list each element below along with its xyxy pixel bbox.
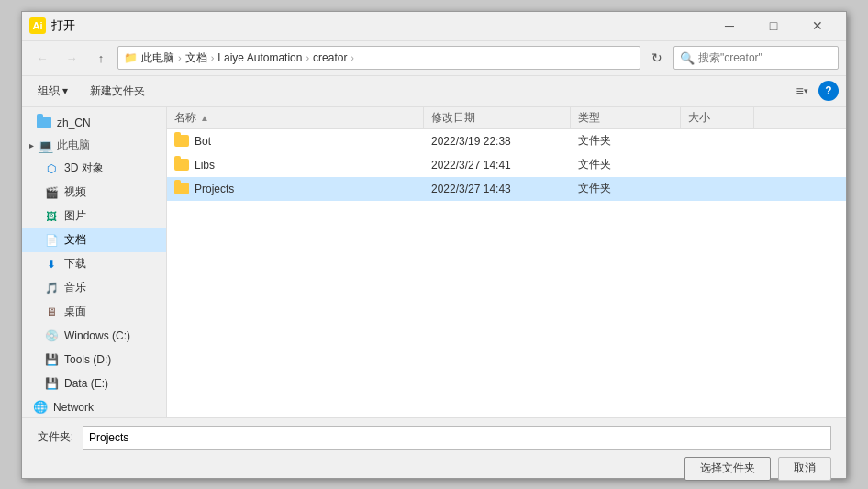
tools-drive-icon: 💾 xyxy=(44,352,59,367)
sidebar-item-tools-d[interactable]: 💾 Tools (D:) xyxy=(22,348,166,372)
breadcrumb-sep1: › xyxy=(178,52,182,63)
desktop-icon: 🖥 xyxy=(44,305,59,319)
file-label: 文件夹: xyxy=(37,429,73,445)
folder-bot-icon xyxy=(174,134,189,149)
file-cell-date-projects: 2022/3/27 14:43 xyxy=(424,177,571,201)
sidebar-label-music: 音乐 xyxy=(64,280,86,295)
breadcrumb-pc[interactable]: 此电脑 xyxy=(141,50,174,66)
header-size[interactable]: 大小 xyxy=(681,107,754,128)
view-dropdown-icon: ▾ xyxy=(804,86,808,95)
header-type-label: 类型 xyxy=(578,110,600,126)
sidebar-item-this-pc[interactable]: ▸ 💻 此电脑 xyxy=(22,135,166,157)
header-size-label: 大小 xyxy=(688,110,710,126)
windows-drive-icon: 💿 xyxy=(44,328,59,343)
file-list: Bot 2022/3/19 22:38 文件夹 Libs 2022/3/27 1… xyxy=(167,129,846,417)
sidebar-item-data-e[interactable]: 💾 Data (E:) xyxy=(22,372,166,395)
footer: 文件夹: 选择文件夹 取消 xyxy=(22,417,846,478)
header-name[interactable]: 名称 ▲ xyxy=(167,107,424,128)
pictures-icon: 🖼 xyxy=(44,209,59,224)
header-name-label: 名称 xyxy=(174,110,196,126)
footer-buttons: 选择文件夹 取消 xyxy=(37,457,831,481)
title-bar-left: Ai 打开 xyxy=(29,17,75,34)
sidebar-item-documents[interactable]: 📄 文档 xyxy=(22,228,166,252)
organize-button[interactable]: 组织 ▾ xyxy=(29,80,76,102)
file-row-libs[interactable]: Libs 2022/3/27 14:41 文件夹 xyxy=(167,153,846,177)
breadcrumb-sep2: › xyxy=(211,52,215,63)
help-button[interactable]: ? xyxy=(818,81,839,101)
main-content: zh_CN ▸ 💻 此电脑 ⬡ 3D 对象 🎬 视频 xyxy=(22,107,846,417)
sidebar-label-windows-c: Windows (C:) xyxy=(64,329,130,342)
sidebar: zh_CN ▸ 💻 此电脑 ⬡ 3D 对象 🎬 视频 xyxy=(22,107,167,417)
file-cell-name-bot: Bot xyxy=(167,129,424,153)
footer-input-row: 文件夹: xyxy=(37,426,831,450)
sidebar-item-music[interactable]: 🎵 音乐 xyxy=(22,276,166,300)
expand-icon: ▸ xyxy=(29,140,34,150)
file-cell-size-bot xyxy=(681,129,754,153)
music-icon: 🎵 xyxy=(44,281,59,295)
maximize-button[interactable]: □ xyxy=(752,12,795,39)
data-drive-icon: 💾 xyxy=(44,376,59,391)
dialog-title: 打开 xyxy=(51,17,75,34)
sidebar-label-tools-d: Tools (D:) xyxy=(64,353,111,366)
header-type[interactable]: 类型 xyxy=(571,107,681,128)
navigation-toolbar: ← → ↑ 📁 此电脑 › 文档 › Laiye Automation › cr… xyxy=(22,41,846,76)
search-icon: 🔍 xyxy=(680,51,695,65)
sidebar-item-downloads[interactable]: ⬇ 下载 xyxy=(22,252,166,276)
search-bar[interactable]: 🔍 xyxy=(673,46,839,70)
breadcrumb-laiye[interactable]: Laiye Automation xyxy=(217,51,302,64)
file-cell-date-libs: 2022/3/27 14:41 xyxy=(424,153,571,177)
title-bar: Ai 打开 ─ □ ✕ xyxy=(22,12,846,41)
sort-arrow: ▲ xyxy=(200,113,209,123)
sidebar-item-desktop[interactable]: 🖥 桌面 xyxy=(22,300,166,324)
file-row-projects[interactable]: Projects 2022/3/27 14:43 文件夹 xyxy=(167,177,846,201)
file-cell-type-projects: 文件夹 xyxy=(571,177,681,201)
view-button[interactable]: ≡ ▾ xyxy=(789,79,815,103)
open-dialog: Ai 打开 ─ □ ✕ ← → ↑ 📁 此电脑 › 文档 › Laiye Aut… xyxy=(21,11,847,479)
file-area: 名称 ▲ 修改日期 类型 大小 xyxy=(167,107,846,417)
file-cell-date-bot: 2022/3/19 22:38 xyxy=(424,129,571,153)
video-icon: 🎬 xyxy=(44,185,59,200)
breadcrumb-creator[interactable]: creator xyxy=(313,51,347,64)
title-bar-controls: ─ □ ✕ xyxy=(708,12,839,39)
file-name-libs: Libs xyxy=(195,159,215,172)
file-cell-size-projects xyxy=(681,177,754,201)
sidebar-item-zh-cn[interactable]: zh_CN xyxy=(22,111,166,135)
sidebar-label-zh-cn: zh_CN xyxy=(57,117,91,129)
forward-button[interactable]: → xyxy=(59,46,84,70)
sidebar-label-desktop: 桌面 xyxy=(64,304,86,319)
sidebar-item-3d[interactable]: ⬡ 3D 对象 xyxy=(22,157,166,181)
file-input[interactable] xyxy=(83,426,831,450)
breadcrumb-docs[interactable]: 文档 xyxy=(185,50,207,66)
file-cell-name-projects: Projects xyxy=(167,177,424,201)
breadcrumb-root-icon: 📁 xyxy=(124,51,138,64)
search-input[interactable] xyxy=(698,51,836,64)
sidebar-item-network[interactable]: 🌐 Network xyxy=(22,395,166,417)
new-folder-button[interactable]: 新建文件夹 xyxy=(82,80,153,102)
sidebar-label-pc: 此电脑 xyxy=(57,138,90,153)
file-row-bot[interactable]: Bot 2022/3/19 22:38 文件夹 xyxy=(167,129,846,153)
select-folder-button[interactable]: 选择文件夹 xyxy=(684,457,771,481)
file-name-projects: Projects xyxy=(195,183,234,195)
sidebar-item-pictures[interactable]: 🖼 图片 xyxy=(22,205,166,228)
minimize-button[interactable]: ─ xyxy=(708,12,751,39)
sidebar-item-windows-c[interactable]: 💿 Windows (C:) xyxy=(22,324,166,348)
sidebar-item-videos[interactable]: 🎬 视频 xyxy=(22,181,166,205)
sidebar-label-network: Network xyxy=(53,401,94,414)
up-button[interactable]: ↑ xyxy=(88,46,114,70)
cancel-button[interactable]: 取消 xyxy=(778,457,831,481)
back-button[interactable]: ← xyxy=(29,46,55,70)
folder-icon xyxy=(37,116,51,130)
breadcrumb-bar[interactable]: 📁 此电脑 › 文档 › Laiye Automation › creator … xyxy=(117,46,640,70)
action-toolbar: 组织 ▾ 新建文件夹 ≡ ▾ ? xyxy=(22,76,846,107)
file-cell-type-libs: 文件夹 xyxy=(571,153,681,177)
sidebar-label-videos: 视频 xyxy=(64,184,86,200)
close-button[interactable]: ✕ xyxy=(796,12,839,39)
3d-icon: ⬡ xyxy=(44,161,59,176)
refresh-button[interactable]: ↻ xyxy=(644,46,670,70)
header-date[interactable]: 修改日期 xyxy=(424,107,571,128)
sidebar-label-documents: 文档 xyxy=(64,232,86,248)
toolbar2-right: ≡ ▾ ? xyxy=(789,79,839,103)
breadcrumb-dropdown-icon: › xyxy=(351,53,353,63)
file-cell-name-libs: Libs xyxy=(167,153,424,177)
sidebar-label-3d: 3D 对象 xyxy=(64,161,104,176)
